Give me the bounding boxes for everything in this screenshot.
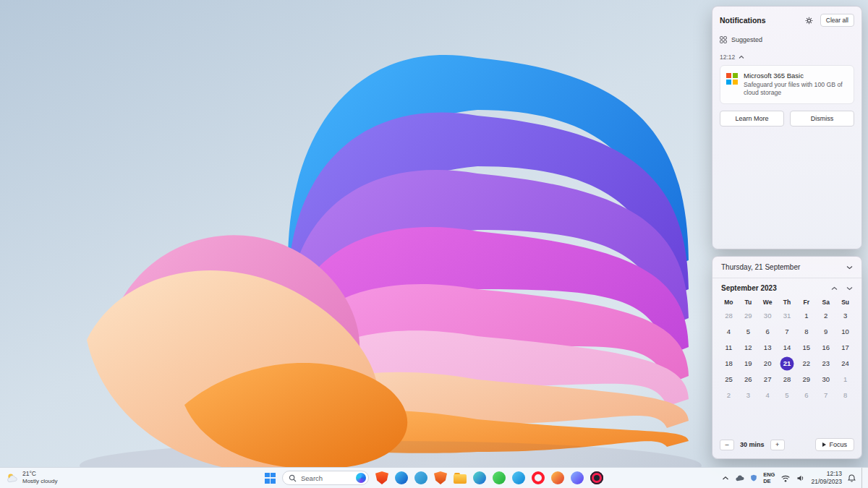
calendar-day[interactable]: 6 [796, 388, 816, 403]
calendar-day[interactable]: 25 [719, 372, 739, 388]
focus-minutes-label: 30 mins [740, 441, 765, 448]
show-hidden-icons-chevron-icon[interactable] [722, 476, 729, 481]
windows-logo-icon [265, 479, 270, 484]
copilot-icon[interactable] [571, 471, 584, 484]
calendar-day[interactable]: 28 [778, 372, 797, 388]
calendar-dow: Fr [796, 296, 816, 308]
security-shield-icon[interactable] [750, 474, 757, 482]
calendar-day[interactable]: 24 [835, 356, 855, 372]
calendar-day-selected[interactable]: 21 [778, 356, 797, 372]
focus-minutes-decrease-button[interactable]: – [720, 440, 734, 450]
notification-settings-button[interactable] [803, 14, 816, 26]
start-button[interactable] [265, 473, 276, 484]
calendar-day[interactable]: 16 [816, 340, 835, 356]
brave-beta-icon[interactable] [434, 471, 447, 484]
calendar-dow: We [758, 296, 778, 308]
notification-actions: Learn More Dismiss [720, 111, 854, 127]
suggested-grid-icon [720, 36, 727, 43]
calendar-day[interactable]: 31 [778, 308, 797, 324]
calendar-day[interactable]: 8 [796, 324, 816, 340]
system-tray: ENG DE 12:13 21/09/2023 [722, 468, 864, 488]
calendar-day[interactable]: 10 [835, 324, 855, 340]
focus-session-bar: – 30 mins + Focus [712, 432, 861, 458]
calendar-day[interactable]: 26 [739, 372, 758, 388]
focus-button-label: Focus [829, 441, 847, 448]
calendar-day[interactable]: 28 [719, 308, 739, 324]
calendar-day[interactable]: 27 [758, 372, 778, 388]
calendar-day[interactable]: 5 [778, 388, 797, 403]
show-desktop-button[interactable] [861, 468, 864, 488]
calendar-day[interactable]: 19 [739, 356, 758, 372]
calendar-day[interactable]: 7 [816, 388, 835, 403]
calendar-day[interactable]: 11 [719, 340, 739, 356]
calendar-day[interactable]: 4 [719, 324, 739, 340]
calendar-day[interactable]: 3 [739, 388, 758, 403]
calendar-day[interactable]: 29 [739, 308, 758, 324]
firefox-icon[interactable] [551, 471, 564, 484]
widgets-weather-button[interactable]: 21°C Mostly cloudy [6, 468, 57, 488]
opera-gx-icon[interactable] [590, 471, 603, 484]
calendar-day[interactable]: 9 [816, 324, 835, 340]
chevron-down-icon[interactable] [846, 286, 853, 291]
onedrive-cloud-icon[interactable] [735, 474, 744, 481]
calendar-day[interactable]: 20 [758, 356, 778, 372]
edge-icon[interactable] [395, 471, 408, 484]
calendar-day[interactable]: 30 [816, 372, 835, 388]
calendar-day[interactable]: 13 [758, 340, 778, 356]
calendar-day[interactable]: 14 [778, 340, 797, 356]
calendar-day[interactable]: 15 [796, 340, 816, 356]
tray-time: 12:13 [811, 470, 842, 478]
dismiss-button[interactable]: Dismiss [790, 111, 854, 127]
telegram-icon[interactable] [414, 471, 427, 484]
clock-date-button[interactable]: 12:13 21/09/2023 [811, 470, 842, 485]
calendar-day[interactable]: 3 [835, 308, 855, 324]
focus-start-button[interactable]: Focus [815, 438, 854, 451]
whatsapp-icon[interactable] [493, 471, 506, 484]
edge-beta-icon[interactable] [473, 471, 486, 484]
taskbar-apps [375, 471, 603, 484]
focus-minutes-increase-button[interactable]: + [770, 440, 785, 450]
language-indicator[interactable]: ENG DE [763, 471, 775, 484]
calendar-day[interactable]: 5 [739, 324, 758, 340]
calendar-day[interactable]: 1 [835, 372, 855, 388]
calendar-day[interactable]: 8 [835, 388, 855, 403]
calendar-day[interactable]: 1 [796, 308, 816, 324]
calendar-day[interactable]: 29 [796, 372, 816, 388]
calendar-day[interactable]: 7 [778, 324, 797, 340]
clear-all-button[interactable]: Clear all [820, 14, 854, 27]
suggested-section-header[interactable]: Suggested [720, 36, 854, 43]
volume-icon[interactable] [796, 474, 805, 482]
search-box[interactable]: Search [282, 471, 369, 485]
calendar-day[interactable]: 2 [719, 388, 739, 403]
calendar-day[interactable]: 12 [739, 340, 758, 356]
file-explorer-icon[interactable] [454, 471, 467, 484]
calendar-day[interactable]: 17 [835, 340, 855, 356]
calendar-date-header[interactable]: Thursday, 21 September [712, 257, 861, 278]
brave-icon[interactable] [375, 471, 388, 484]
notification-group-header[interactable]: 12:12 [720, 53, 854, 61]
microsoft-logo-square [726, 73, 731, 78]
taskbar-center: Search [265, 468, 603, 488]
opera-icon[interactable] [532, 471, 545, 484]
calendar-day[interactable]: 23 [816, 356, 835, 372]
notification-bell-icon[interactable] [848, 474, 856, 482]
notification-app-name: Microsoft 365 Basic [744, 72, 846, 80]
play-icon [822, 442, 826, 447]
learn-more-button[interactable]: Learn More [720, 111, 784, 127]
chevron-up-icon[interactable] [831, 286, 838, 291]
calendar-month-nav [831, 286, 853, 291]
wifi-icon[interactable] [780, 474, 791, 482]
skype-icon[interactable] [512, 471, 525, 484]
calendar-day[interactable]: 2 [816, 308, 835, 324]
calendar-day[interactable]: 6 [758, 324, 778, 340]
language-secondary: DE [763, 478, 775, 484]
calendar-dow: Sa [816, 296, 835, 308]
calendar-day[interactable]: 18 [719, 356, 739, 372]
bing-icon[interactable] [356, 473, 366, 483]
notification-group-time: 12:12 [720, 53, 735, 61]
notification-card[interactable]: Microsoft 365 Basic Safeguard your files… [720, 65, 854, 104]
calendar-day[interactable]: 30 [758, 308, 778, 324]
chevron-up-icon [739, 55, 744, 59]
calendar-day[interactable]: 22 [796, 356, 816, 372]
calendar-day[interactable]: 4 [758, 388, 778, 403]
